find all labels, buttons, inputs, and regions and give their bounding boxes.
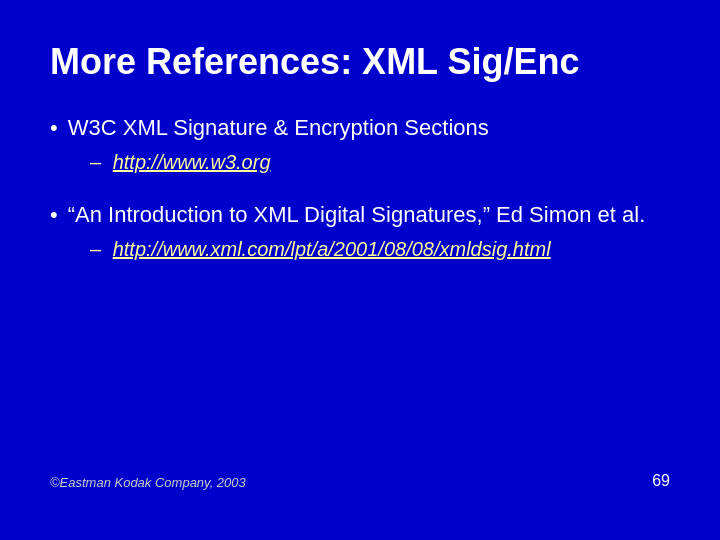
sub-bullet-prefix-2-1: – [90, 238, 101, 260]
sub-bullet-2-1: – http://www.xml.com/lpt/a/2001/08/08/xm… [90, 236, 670, 263]
sub-bullet-1-1: – http://www.w3.org [90, 149, 670, 176]
bullet-item-1: • W3C XML Signature & Encryption Section… [50, 113, 670, 176]
footer-area: ©Eastman Kodak Company, 2003 69 [50, 462, 670, 490]
bullet-text-1: W3C XML Signature & Encryption Sections [68, 113, 670, 143]
slide-number: 69 [652, 472, 670, 490]
footer-copyright: ©Eastman Kodak Company, 2003 [50, 475, 246, 490]
bullet-dot-1: • [50, 113, 58, 143]
bullet-text-2: “An Introduction to XML Digital Signatur… [68, 200, 670, 230]
w3c-link[interactable]: http://www.w3.org [113, 151, 271, 173]
slide-title: More References: XML Sig/Enc [50, 40, 670, 83]
bullet-dot-2: • [50, 200, 58, 230]
bullet-item-2: • “An Introduction to XML Digital Signat… [50, 200, 670, 263]
bullet-main-1: • W3C XML Signature & Encryption Section… [50, 113, 670, 143]
content-area: • W3C XML Signature & Encryption Section… [50, 113, 670, 462]
sub-bullet-prefix-1-1: – [90, 151, 101, 173]
bullet-main-2: • “An Introduction to XML Digital Signat… [50, 200, 670, 230]
slide-container: More References: XML Sig/Enc • W3C XML S… [0, 0, 720, 540]
xmldsig-link[interactable]: http://www.xml.com/lpt/a/2001/08/08/xmld… [113, 238, 551, 260]
